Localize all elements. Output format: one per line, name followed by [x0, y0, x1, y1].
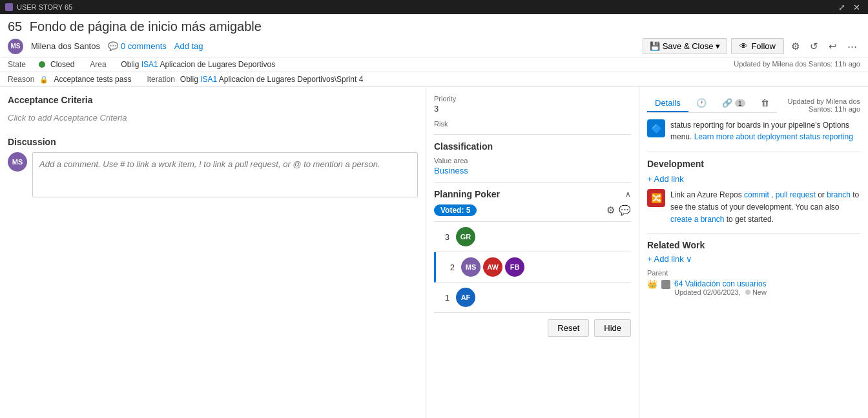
value-area-value[interactable]: Business: [434, 166, 631, 175]
comment-input[interactable]: [32, 152, 418, 197]
save-icon: 💾: [650, 41, 660, 51]
deployment-message: 🔷 status reporting for boards in your pi…: [647, 119, 860, 143]
refresh-button[interactable]: ↺: [807, 39, 822, 54]
settings-button[interactable]: ⚙: [788, 39, 803, 54]
avatar-aw: AW: [483, 257, 502, 277]
iteration-value: Oblig ISA1 Aplicacion de Lugares Deporti…: [180, 75, 364, 84]
commenter-initials: MS: [12, 158, 23, 166]
development-title: Development: [647, 159, 860, 169]
restore-button[interactable]: ⤢: [836, 3, 848, 12]
fields-right: Updated by Milena dos Santos: 11h ago: [734, 60, 860, 69]
learn-more-link[interactable]: Learn more about deployment status repor…: [694, 132, 853, 141]
iteration-label: Iteration: [147, 75, 174, 84]
add-link-button[interactable]: + Add link: [647, 174, 684, 184]
plus-icon: +: [647, 174, 652, 184]
related-work-title: Related Work: [647, 240, 860, 250]
right-tabs: Details 🕐 🔗 1 🗑: [647, 95, 777, 113]
add-tag-link[interactable]: Add tag: [174, 41, 203, 51]
iter-code[interactable]: ISA1: [200, 75, 217, 84]
close-window-button[interactable]: ✕: [851, 3, 863, 12]
crown-icon: 👑: [647, 279, 657, 289]
comments-link[interactable]: 💬 0 comments: [108, 41, 167, 51]
parent-status: New: [752, 288, 767, 296]
left-panel: Acceptance Criteria Click to add Accepta…: [0, 87, 426, 418]
parent-updated: Updated 02/06/2023,: [674, 288, 741, 296]
tab-history[interactable]: 🕐: [688, 95, 714, 112]
comment-area: MS: [8, 152, 418, 197]
divider: [434, 134, 631, 135]
title-bar-label: USER STORY 65: [17, 3, 72, 11]
link-count: 1: [735, 99, 745, 107]
work-item-title: 65 Fondo de página de inicio más amigabl…: [8, 19, 860, 34]
poker-avatars-1: AF: [456, 288, 475, 307]
area-prefix1: Oblig: [121, 60, 139, 69]
state-field: State Closed: [8, 60, 74, 69]
dropdown-caret: ∨: [686, 254, 692, 264]
branch-link-dev[interactable]: branch: [827, 190, 851, 199]
save-close-button[interactable]: 💾 Save & Close ▾: [643, 38, 728, 54]
author-name: Milena dos Santos: [31, 41, 100, 51]
status-new-dot: [745, 290, 750, 295]
poker-controls: ⚙ 💬: [606, 204, 631, 216]
planning-poker-title: Planning Poker: [434, 189, 500, 199]
history-icon: 🕐: [696, 98, 707, 108]
priority-label: Priority: [434, 95, 631, 103]
deployment-text: status reporting for boards in your pipe…: [670, 119, 860, 143]
tab-details[interactable]: Details: [647, 95, 688, 112]
header-left: MS Milena dos Santos 💬 0 comments Add ta…: [8, 39, 203, 54]
area-label: Area: [90, 60, 116, 69]
state-value[interactable]: Closed: [50, 60, 74, 69]
parent-item-details: 64 Validación con usuarios Updated 02/06…: [674, 279, 767, 296]
area-name1: Aplicacion de Lugares Deportivos: [160, 60, 275, 69]
header-right: 💾 Save & Close ▾ 👁 Follow ⚙ ↺ ↩ ⋯: [643, 38, 860, 54]
undo-button[interactable]: ↩: [825, 39, 840, 54]
fields-bar-2: Reason 🔒 Acceptance tests pass Iteration…: [0, 72, 868, 87]
dev-message: Link an Azure Repos commit , pull reques…: [670, 189, 860, 226]
comment-icon: 💬: [108, 41, 118, 51]
main-container: 65 Fondo de página de inicio más amigabl…: [0, 14, 868, 418]
reset-button[interactable]: Reset: [548, 319, 589, 337]
create-branch-link[interactable]: create a branch: [670, 215, 724, 224]
parent-title: Validación con usuarios: [685, 279, 767, 288]
tab-attachments[interactable]: 🗑: [753, 95, 777, 112]
reason-label: Reason: [8, 75, 34, 84]
pull-request-link[interactable]: pull request: [776, 190, 816, 199]
hide-button[interactable]: Hide: [594, 319, 631, 337]
reason-field: Reason 🔒 Acceptance tests pass: [8, 75, 131, 84]
planning-chevron-icon[interactable]: ∧: [625, 190, 631, 199]
avatar-initials: MS: [11, 43, 21, 50]
parent-item: 👑 64 Validación con usuarios Updated 02/…: [647, 279, 860, 296]
avatar-ms-poker: MS: [461, 257, 480, 277]
plus-icon2: +: [647, 254, 652, 264]
area-value: Oblig ISA1 Aplicacion de Lugares Deporti…: [121, 60, 275, 69]
poker-actions: Reset Hide: [434, 319, 631, 337]
updated-text: Updated by Milena dos Santos: 11h ago: [777, 97, 860, 113]
more-options-button[interactable]: ⋯: [844, 39, 860, 54]
item-title-text: Fondo de página de inicio más amigable: [30, 19, 262, 34]
parent-link[interactable]: 64 Validación con usuarios: [674, 279, 767, 288]
poker-settings-button[interactable]: ⚙: [606, 204, 615, 216]
poker-row-2: 2 MS AW FB: [434, 252, 631, 283]
fields-bar: State Closed Area Oblig ISA1 Aplicacion …: [0, 57, 868, 72]
follow-button[interactable]: 👁 Follow: [731, 38, 784, 54]
poker-chat-button[interactable]: 💬: [619, 204, 631, 216]
content-area: Acceptance Criteria Click to add Accepta…: [0, 87, 868, 418]
dropdown-arrow[interactable]: ▾: [716, 41, 720, 51]
value-area-label: Value area: [434, 157, 631, 164]
risk-field: Risk: [434, 120, 631, 128]
reason-value[interactable]: Acceptance tests pass: [54, 75, 131, 84]
acceptance-placeholder[interactable]: Click to add Acceptance Criteria: [8, 110, 418, 125]
commit-link[interactable]: commit: [744, 190, 769, 199]
tab-links[interactable]: 🔗 1: [714, 95, 753, 112]
classification-title: Classification: [434, 141, 631, 152]
poker-number-3: 3: [434, 232, 450, 242]
poker-rows: 3 GR 2 MS AW FB 1 AF: [434, 221, 631, 313]
comments-count: 0 comments: [121, 41, 167, 51]
item-number: 65: [8, 19, 22, 34]
area-code1[interactable]: ISA1: [141, 60, 158, 69]
lock-icon: 🔒: [39, 75, 48, 84]
priority-value[interactable]: 3: [434, 104, 631, 114]
related-divider: [647, 233, 860, 234]
area-field: Area Oblig ISA1 Aplicacion de Lugares De…: [90, 60, 275, 69]
add-link-dropdown[interactable]: + Add link ∨: [647, 254, 692, 264]
